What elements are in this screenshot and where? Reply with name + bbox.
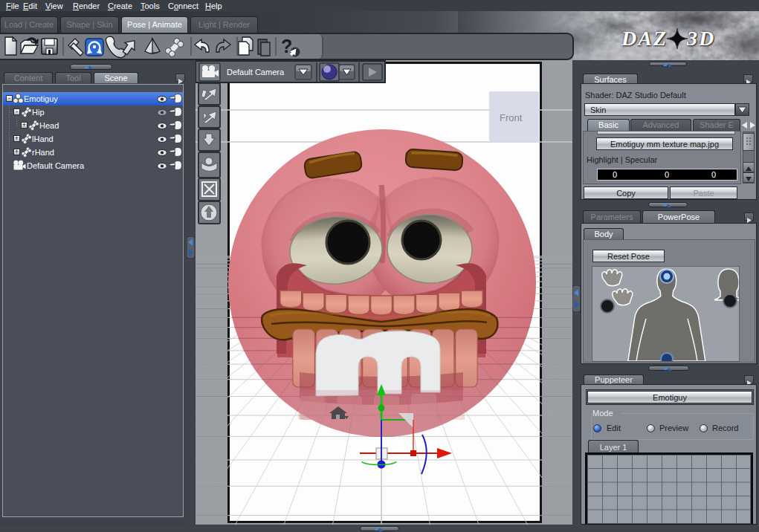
svg-text:Default Camera: Default Camera: [227, 68, 285, 77]
svg-text:Front: Front: [500, 112, 523, 123]
